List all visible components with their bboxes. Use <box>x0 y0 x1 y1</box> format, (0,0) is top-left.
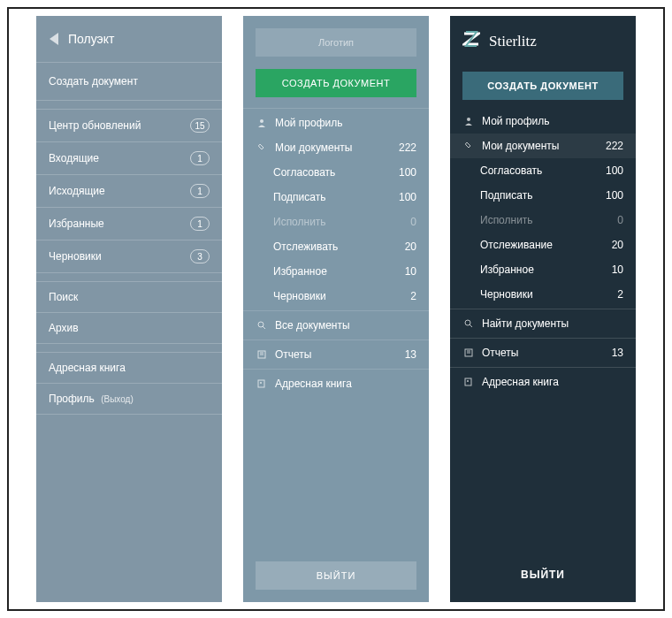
sub-item[interactable]: Избранное10 <box>243 259 429 284</box>
logo-icon <box>462 30 480 52</box>
svg-point-7 <box>260 382 262 384</box>
address-book[interactable]: Адресная книга <box>450 370 636 394</box>
count-badge: 1 <box>190 151 210 165</box>
my-profile[interactable]: Мой профиль <box>450 109 636 134</box>
logo-placeholder: Логотип <box>256 28 416 57</box>
clip-icon <box>462 141 475 150</box>
my-profile[interactable]: Мой профиль <box>243 111 429 135</box>
svg-line-2 <box>263 326 265 329</box>
logout-button[interactable]: ВЫЙТИ <box>450 547 636 602</box>
logout-link[interactable]: (Выход) <box>101 394 134 404</box>
svg-rect-14 <box>465 378 471 385</box>
my-documents[interactable]: Мои документы 222 <box>450 134 636 158</box>
clip-icon <box>256 143 268 152</box>
brand-header: Полуэкт <box>36 16 222 63</box>
svg-point-0 <box>260 119 263 123</box>
sidebar-item[interactable]: Центр обновлений15 <box>36 110 222 142</box>
create-document[interactable]: Создать документ <box>36 63 222 101</box>
my-documents[interactable]: Мои документы 222 <box>243 135 429 160</box>
book-icon <box>256 379 268 388</box>
sidebar-item[interactable]: Избранные1 <box>36 208 222 240</box>
report-icon <box>462 348 475 357</box>
reports[interactable]: Отчеты 13 <box>243 342 429 367</box>
count-badge: 3 <box>190 249 210 263</box>
svg-line-10 <box>470 324 472 327</box>
sidebar-b: Логотип СОЗДАТЬ ДОКУМЕНТ Мой профиль Мои… <box>243 16 429 602</box>
archive[interactable]: Архив <box>36 313 222 344</box>
all-documents[interactable]: Все документы <box>243 313 429 338</box>
find-documents[interactable]: Найти документы <box>450 311 636 336</box>
sub-item[interactable]: Исполнить0 <box>450 208 636 233</box>
search[interactable]: Поиск <box>36 282 222 313</box>
user-icon <box>256 118 268 127</box>
count-badge: 1 <box>190 184 210 198</box>
sub-item[interactable]: Подписать100 <box>450 183 636 208</box>
sub-item[interactable]: Избранное10 <box>450 257 636 282</box>
svg-rect-6 <box>258 380 264 387</box>
user-icon <box>462 117 475 126</box>
sub-item[interactable]: Согласовать100 <box>243 160 429 185</box>
sub-item[interactable]: Исполнить0 <box>243 210 429 234</box>
create-document-button[interactable]: СОЗДАТЬ ДОКУМЕНТ <box>462 72 623 100</box>
address-book[interactable]: Адресная книга <box>36 353 222 384</box>
reports[interactable]: Отчеты 13 <box>450 340 636 365</box>
count-badge: 15 <box>190 118 210 133</box>
sub-item[interactable]: Отслеживание20 <box>450 233 636 257</box>
sidebar-item[interactable]: Черновики3 <box>36 240 222 273</box>
sub-item[interactable]: Черновики2 <box>243 284 429 309</box>
sidebar-c: Stierlitz СОЗДАТЬ ДОКУМЕНТ Мой профиль М… <box>450 16 636 602</box>
address-book[interactable]: Адресная книга <box>243 371 429 396</box>
book-icon <box>462 378 475 386</box>
brand-name: Полуэкт <box>68 32 114 46</box>
sub-item[interactable]: Отслеживать20 <box>243 234 429 259</box>
sidebar-item[interactable]: Входящие1 <box>36 142 222 175</box>
brand-name: Stierlitz <box>489 33 537 50</box>
logo-icon <box>49 33 61 45</box>
brand-header: Stierlitz <box>450 16 636 66</box>
logout-button[interactable]: ВЫЙТИ <box>256 561 416 590</box>
report-icon <box>256 350 268 359</box>
count-badge: 1 <box>190 217 210 231</box>
sub-item[interactable]: Подписать100 <box>243 185 429 210</box>
svg-point-15 <box>467 380 469 382</box>
sub-item[interactable]: Согласовать100 <box>450 158 636 183</box>
sidebar-item[interactable]: Исходящие1 <box>36 175 222 208</box>
create-document-button[interactable]: СОЗДАТЬ ДОКУМЕНТ <box>256 69 416 97</box>
search-icon <box>256 321 268 330</box>
svg-point-8 <box>467 118 470 121</box>
profile[interactable]: Профиль (Выход) <box>36 384 222 415</box>
sub-item[interactable]: Черновики2 <box>450 282 636 307</box>
sidebar-a: Полуэкт Создать документ Центр обновлени… <box>36 16 222 602</box>
search-icon <box>462 319 475 328</box>
